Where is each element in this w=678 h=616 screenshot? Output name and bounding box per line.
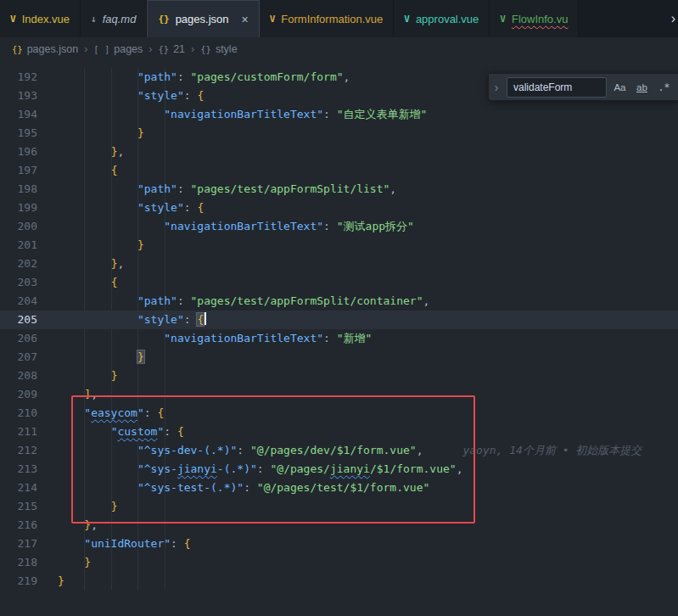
code-line[interactable]: 205 "style": { [0,311,678,329]
line-content: "navigationBarTitleText": "测试app拆分" [37,217,414,236]
breadcrumb-item-style[interactable]: {}style [200,43,237,55]
breadcrumb-item-pages-json[interactable]: {}pages.json [12,43,78,55]
line-content: } [37,497,117,516]
token [58,294,137,307]
line-content: } [37,236,144,255]
code-line[interactable]: 209 ], [0,385,678,404]
token [58,556,84,568]
code-line[interactable]: 194 "navigationBarTitleText": "自定义表单新增" [0,105,678,124]
code-line[interactable]: 207 } [0,348,678,367]
token: : [184,313,198,326]
token: { [111,276,118,288]
token [58,369,111,382]
tab-label: approval.vue [416,13,479,25]
whole-word-button[interactable]: ab [633,78,651,96]
token: : [323,332,337,344]
tab-flowinfo-vue[interactable]: VFlowInfo.vu [490,0,579,37]
close-icon[interactable]: × [242,14,249,25]
token: , [457,462,463,475]
code-line[interactable]: 215 } [0,497,678,516]
find-toggle-chevron[interactable]: › [490,81,502,94]
code-line[interactable]: 212 "^sys-dev-(.*)": "@/pages/dev/$1/for… [0,441,678,460]
token: , [91,388,98,400]
token: , [344,70,350,83]
token [58,313,137,326]
code-line[interactable]: 195 } [0,124,678,143]
breadcrumb-separator: › [84,43,87,55]
line-content: }, [37,516,98,535]
line-number: 198 [0,180,37,199]
token: "@/pages/dev/$1/form.vue" [250,444,417,456]
tab-label: FormInformation.vue [281,13,383,25]
line-content: }, [37,255,124,273]
token: } [111,500,118,512]
line-content: "uniIdRouter": { [37,535,191,553]
git-blame-annotation: yaoyn, 14个月前 • 初始版本提交 [423,444,642,456]
token: : [177,182,191,195]
token [58,257,111,270]
line-number: 211 [0,423,37,441]
code-line[interactable]: 201 } [0,236,678,255]
line-number: 200 [0,217,37,236]
token [58,332,164,344]
code-line[interactable]: 210 "easycom": { [0,404,678,423]
code-line[interactable]: 206 "navigationBarTitleText": "新增" [0,329,678,348]
token [58,500,111,512]
token [58,182,137,195]
editor[interactable]: 192 "path": "pages/customForm/form",193 … [0,61,678,616]
code-line[interactable]: 198 "path": "pages/test/appFormSplit/lis… [0,180,678,199]
token [58,276,111,288]
line-number: 214 [0,479,37,497]
token: custom [117,425,157,438]
breadcrumb-item-21[interactable]: {}21 [159,43,186,55]
tab-label: pages.json [176,13,229,25]
token [58,481,137,494]
token: } [84,556,91,568]
token: { [197,201,204,214]
code-line[interactable]: 199 "style": { [0,199,678,217]
token: : [323,108,337,120]
code-line[interactable]: 197 { [0,161,678,180]
line-number: 212 [0,441,37,460]
match-case-button[interactable]: Aa [611,78,629,96]
code-line[interactable]: 214 "^sys-test-(.*)": "@/pages/test/$1/f… [0,479,678,497]
code-line[interactable]: 213 "^sys-jianyi-(.*)": "@/pages/jianyi/… [0,460,678,479]
line-content: } [37,348,144,367]
tab-forminformation-vue[interactable]: VFormInformation.vue [260,0,395,37]
code-line[interactable]: 208 } [0,367,678,385]
code-line[interactable]: 203 { [0,273,678,292]
breadcrumb-item-pages[interactable]: [ ]pages [93,43,143,55]
token [58,201,137,214]
tab-approval-vue[interactable]: Vapproval.vue [394,0,490,37]
tab-pages-json[interactable]: {}pages.json× [147,0,259,37]
code-line[interactable]: 217 "uniIdRouter": { [0,535,678,553]
vue-icon: V [500,14,506,25]
symbol-icon: [ ] [93,44,109,54]
token [58,518,84,531]
tab-faq-md[interactable]: ↓faq.md [81,0,147,37]
regex-button[interactable]: .* [655,78,673,96]
code-line[interactable]: 200 "navigationBarTitleText": "测试app拆分" [0,217,678,236]
token: } [111,369,118,382]
tab-label: faq.md [103,13,137,25]
token: } [84,518,91,531]
code-line[interactable]: 196 }, [0,143,678,161]
token: "navigationBarTitleText" [164,332,323,344]
token: -(.*)" [217,462,257,475]
line-content: "custom": { [37,423,184,441]
code-line[interactable]: 204 "path": "pages/test/appFormSplit/con… [0,292,678,311]
token: ] [84,388,91,400]
line-number: 206 [0,329,37,348]
token [58,164,111,176]
line-number: 203 [0,273,37,292]
find-input[interactable] [507,77,607,98]
line-content: "style": { [37,199,204,217]
code-line[interactable]: 219} [0,572,678,591]
tab-scroll-chevron[interactable]: › [671,0,675,37]
code-line[interactable]: 216 }, [0,516,678,535]
code-line[interactable]: 218 } [0,553,678,572]
tab-index-vue[interactable]: VIndex.vue [0,0,81,37]
markdown-icon: ↓ [91,14,97,25]
code-line[interactable]: 202 }, [0,255,678,273]
code-line[interactable]: 211 "custom": { [0,423,678,441]
